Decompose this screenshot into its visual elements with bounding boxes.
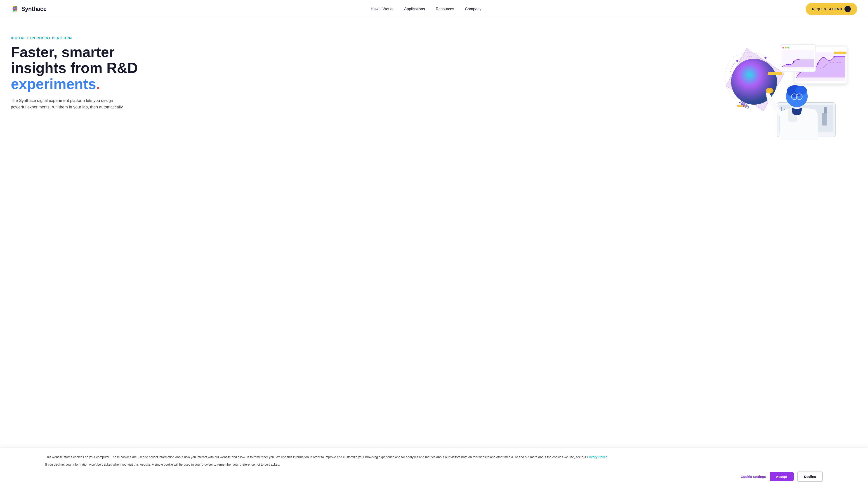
svg-point-6 [737,94,739,96]
hero-svg [699,32,857,140]
svg-point-36 [787,47,789,48]
hero-subtitle: The Synthace digital experiment platform… [11,97,138,110]
nav-link-how-it-works[interactable]: How it Works [371,7,393,11]
nav-link-applications[interactable]: Applications [404,7,425,11]
navbar: Synthace How it Works Applications Resou… [0,0,868,18]
hero-title-line2: insights from R&D [11,60,138,76]
svg-rect-32 [834,52,846,54]
hero-illustration [699,32,857,140]
request-demo-label: REQUEST A DEMO [812,7,842,11]
hero-title-dot: . [96,76,100,92]
svg-point-20 [795,86,807,95]
svg-rect-17 [822,113,827,125]
svg-rect-16 [824,107,827,113]
nav-links: How it Works Applications Resources Comp… [371,7,482,11]
logo-text: Synthace [21,5,46,12]
svg-point-39 [793,61,795,63]
svg-point-35 [785,47,786,48]
hero-section: DIGITAL EXPERIMENT PLATFORM Faster, smar… [0,18,868,149]
hero-title-highlight: experiments [11,76,96,92]
svg-point-31 [834,56,835,57]
svg-point-34 [782,47,784,48]
hero-eyebrow: DIGITAL EXPERIMENT PLATFORM [11,36,138,40]
svg-point-5 [771,84,773,86]
request-demo-button[interactable]: REQUEST A DEMO → [806,3,857,15]
hero-subtitle-line1: The Synthace digital experiment platform… [11,98,113,103]
svg-point-3 [736,60,738,62]
nav-link-resources[interactable]: Resources [436,7,454,11]
logo-area[interactable]: Synthace [11,5,46,13]
svg-point-24 [766,88,773,94]
hero-left: DIGITAL EXPERIMENT PLATFORM Faster, smar… [11,32,138,110]
synthace-logo-icon [11,5,19,13]
svg-point-4 [765,57,767,59]
svg-rect-7 [768,72,782,75]
hero-subtitle-line2: powerful experiments, run them in your l… [11,105,123,109]
svg-point-30 [817,63,818,65]
hero-title-line1: Faster, smarter [11,44,115,60]
nav-link-company[interactable]: Company [465,7,482,11]
arrow-icon: → [844,6,851,12]
hero-title: Faster, smarter insights from R&D experi… [11,44,138,92]
svg-point-38 [787,64,789,65]
